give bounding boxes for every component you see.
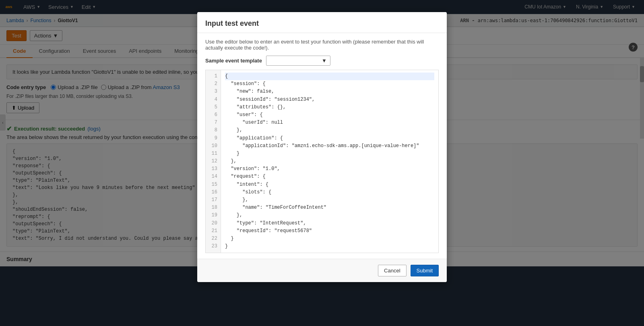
modal-description: Use the editor below to enter an event t…	[205, 39, 439, 51]
sample-template-caret-icon: ▼	[322, 58, 327, 64]
sample-template-row: Sample event template ▼	[205, 56, 439, 66]
modal-title: Input test event	[205, 19, 439, 28]
code-lines[interactable]: { "session": { "new": false, "sessionId"…	[221, 70, 438, 253]
modal-header: Input test event	[197, 12, 447, 33]
code-editor-inner: 1234567891011121314151617181920212223 { …	[206, 70, 438, 253]
modal-overlay: Input test event Use the editor below to…	[0, 0, 644, 326]
line-numbers: 1234567891011121314151617181920212223	[206, 70, 221, 253]
code-editor[interactable]: 1234567891011121314151617181920212223 { …	[205, 70, 439, 253]
modal-footer: Cancel Submit	[197, 259, 447, 282]
cancel-button[interactable]: Cancel	[378, 265, 406, 276]
sample-template-select[interactable]: ▼	[266, 56, 330, 66]
sample-template-label: Sample event template	[205, 58, 262, 64]
submit-button[interactable]: Submit	[411, 265, 439, 276]
modal-dialog: Input test event Use the editor below to…	[197, 12, 447, 282]
modal-body: Use the editor below to enter an event t…	[197, 33, 447, 259]
